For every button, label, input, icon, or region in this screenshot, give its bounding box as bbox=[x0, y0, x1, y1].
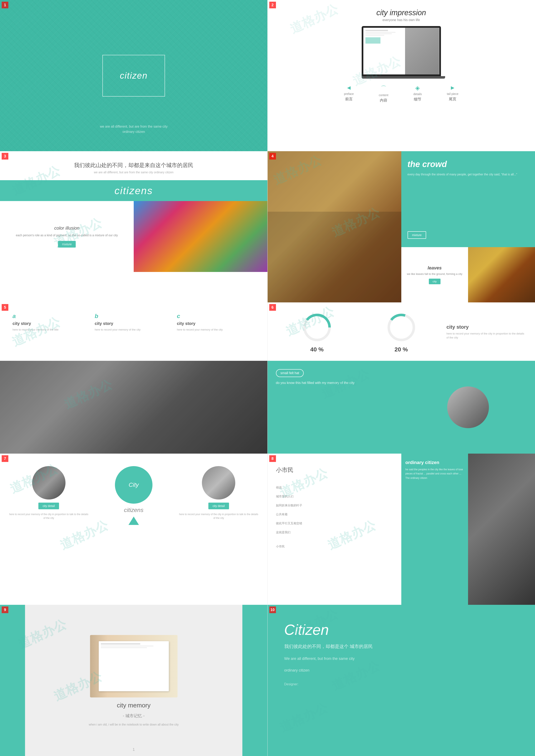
slide2-laptop bbox=[362, 26, 441, 76]
slide-9: 9 city memory - 城市记忆 - when i am old, i … bbox=[0, 605, 268, 756]
slide7-img3 bbox=[202, 466, 235, 499]
slide8-ordinary-text: he said the peoples in the city like the… bbox=[406, 467, 464, 480]
donut1-label: 40 % bbox=[310, 346, 324, 353]
slide-7: 7 city detail here to record your memory… bbox=[0, 454, 268, 605]
slide2-nav: ◄ preface 前言 ⌒ content 内容 ◈ details 细节 ►… bbox=[344, 84, 458, 103]
slide-1: 1 citizen we are all different, but are … bbox=[0, 0, 268, 151]
tail-en: tail piece bbox=[447, 92, 458, 96]
slide-5: 5 a city story here to record your memor… bbox=[0, 302, 268, 454]
laptop-screen-left bbox=[363, 28, 405, 74]
slide5-letter-b: b bbox=[95, 313, 173, 320]
slide7-circle-teal: City bbox=[115, 466, 153, 504]
slide-8: 8 小市民 他说 城市里的人们 如同折来分散的叶子 公共有着 彼此平行又互相交错… bbox=[268, 454, 535, 605]
slide5-letter-a: a bbox=[13, 313, 91, 320]
slide3-teal-band: citizens bbox=[0, 180, 268, 201]
slide4-overlay2 bbox=[268, 212, 401, 302]
slide1-subtitle1: we are all different, but are from the s… bbox=[100, 124, 167, 129]
slide7-citizens-label: citizens bbox=[124, 507, 143, 514]
slide10-content: Citizen 我们彼此处的不同，却都是这个 城市的居民 We are all … bbox=[268, 605, 535, 703]
nav-item-details[interactable]: ◈ details 细节 bbox=[413, 84, 422, 103]
laptop-screen-right bbox=[405, 28, 439, 74]
slide9-left-bar bbox=[0, 605, 25, 756]
slide6-story-title: city story bbox=[447, 324, 524, 330]
slide9-line1 bbox=[101, 643, 140, 644]
slide6-hat-btn[interactable]: small felt hat bbox=[276, 369, 304, 377]
slide7-triangle bbox=[128, 517, 139, 525]
slide8-content: 小市民 他说 城市里的人们 如同折来分散的叶子 公共有着 彼此平行又互相交错 这… bbox=[268, 454, 535, 605]
slide7-content: city detail here to record your memory o… bbox=[0, 454, 268, 605]
laptop-base bbox=[362, 76, 445, 79]
slide5-desc-c: here to record your memory of the city bbox=[177, 328, 255, 332]
slide8-spacer bbox=[276, 477, 393, 481]
details-en: details bbox=[413, 92, 422, 96]
laptop-body bbox=[362, 26, 441, 76]
slide6-portrait bbox=[447, 386, 489, 428]
wm-s10-3: 道格办公 bbox=[277, 699, 331, 736]
slide8-cn-line5: 彼此平行又互相交错 bbox=[276, 520, 393, 526]
slide-3: 3 我们彼此山处的不同，却都是来自这个城市的居民 we are all diff… bbox=[0, 151, 268, 302]
slide5-title-c: city story bbox=[177, 321, 255, 326]
slide8-cn-title: 小市民 bbox=[276, 466, 393, 474]
slide6-badge: 6 bbox=[269, 304, 276, 311]
slide8-left: 小市民 他说 城市里的人们 如同折来分散的叶子 公共有着 彼此平行又互相交错 这… bbox=[268, 454, 401, 605]
tail-cn: 尾页 bbox=[449, 97, 456, 101]
slide10-designer: Designer: bbox=[284, 683, 518, 686]
slide5-top: a city story here to record your memory … bbox=[0, 302, 268, 361]
slide4-bottom-row: leaves we like leaves fall to the ground… bbox=[401, 247, 535, 302]
slide8-ordinary-panel: ordinary citizen he said the peoples in … bbox=[401, 454, 468, 605]
slide6-donut1: 40 % bbox=[278, 311, 356, 353]
slide8-ordinary-title: ordinary citizen bbox=[406, 460, 464, 465]
slide9-notebook bbox=[90, 635, 178, 697]
slide-6: 6 40 % 20 % city story here bbox=[268, 302, 535, 454]
slide5-letter-c: c bbox=[177, 313, 255, 320]
slide4-city-btn[interactable]: city bbox=[429, 279, 440, 284]
slide9-center: city memory - 城市记忆 - when i am old, i wi… bbox=[89, 635, 179, 726]
slide9-right-bar bbox=[242, 605, 268, 756]
nav-item-preface[interactable]: ◄ preface 前言 bbox=[344, 84, 354, 103]
slide5-desc-b: here to record your memory of the city bbox=[95, 328, 173, 332]
slide7-circle3 bbox=[202, 466, 235, 499]
slide4-right-panel: the crowd every day through the streets … bbox=[401, 151, 535, 247]
slide6-top: 40 % 20 % city story here to record your… bbox=[268, 302, 535, 361]
slide10-badge: 10 bbox=[269, 606, 276, 613]
slide9-line3 bbox=[101, 647, 147, 648]
nav-item-content[interactable]: ⌒ content 内容 bbox=[379, 84, 388, 103]
slide8-spacer2 bbox=[276, 538, 393, 540]
slide3-mixture-btn[interactable]: mixture bbox=[58, 241, 76, 247]
nav-item-tail[interactable]: ► tail piece 尾页 bbox=[447, 84, 458, 103]
preface-cn: 前言 bbox=[345, 97, 353, 101]
slide-grid: 1 citizen we are all different, but are … bbox=[0, 0, 535, 756]
slide10-big-title: Citizen bbox=[284, 622, 518, 638]
slide5-street-overlay bbox=[0, 361, 268, 454]
content-en: content bbox=[379, 94, 388, 97]
preface-icon: ◄ bbox=[346, 84, 352, 91]
details-cn: 细节 bbox=[414, 97, 421, 102]
content-cn: 内容 bbox=[380, 98, 387, 103]
slide9-desc: when i am old, i will be in the notebook… bbox=[89, 723, 179, 726]
slide9-notebook-inner bbox=[90, 635, 178, 697]
slide9-cn-title: - 城市记忆 - bbox=[123, 713, 145, 718]
slide6-story-desc: here to record your memory of the city i… bbox=[447, 332, 524, 340]
slide9-page bbox=[99, 641, 169, 691]
slide8-cn-line6: 这就是我们 bbox=[276, 529, 393, 535]
slide7-btn1[interactable]: city detail bbox=[38, 503, 59, 509]
slide2-subtitle: everyone has his own life bbox=[382, 18, 420, 22]
slide-2: 2 city impression everyone has his own l… bbox=[268, 0, 535, 151]
slide5-title-a: city story bbox=[13, 321, 91, 326]
slide3-paint-bg bbox=[134, 201, 268, 272]
slide7-city-text: City bbox=[129, 482, 139, 488]
slide6-portrait-bg bbox=[447, 386, 489, 428]
slide5-item-b: b city story here to record your memory … bbox=[95, 313, 173, 354]
slide4-left-img bbox=[268, 151, 401, 302]
slide4-mixture-btn[interactable]: mixture bbox=[408, 231, 426, 239]
donut2-svg bbox=[385, 311, 418, 344]
slide4-leaves-desc: we like leaves fall to the ground, formi… bbox=[407, 272, 463, 275]
slide5-item-a: a city story here to record your memory … bbox=[13, 313, 91, 354]
slide7-desc3: here to record your memory of the city i… bbox=[178, 513, 259, 520]
slide3-illusion-title: color illusion bbox=[54, 225, 79, 231]
slide2-content: city impression everyone has his own lif… bbox=[268, 0, 535, 103]
slide4-crowd-title: the crowd bbox=[408, 159, 529, 169]
slide7-btn3[interactable]: city detail bbox=[209, 503, 229, 509]
slide4-leaves-title: leaves bbox=[428, 265, 441, 271]
slide5-street-img bbox=[0, 361, 268, 454]
